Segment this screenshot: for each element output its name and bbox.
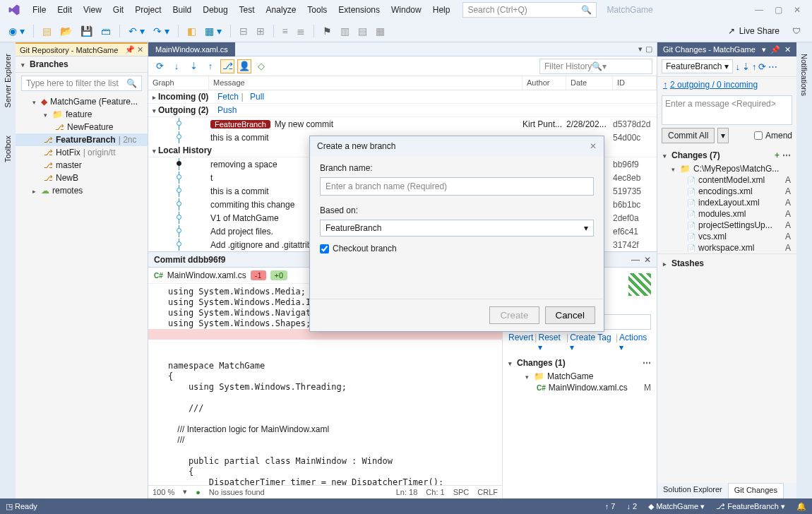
changed-file[interactable]: projectSettingsUp...A [659,220,795,231]
close-icon[interactable]: ✕ [784,45,791,54]
more-actions[interactable]: Actions ▾ [619,333,651,352]
cancel-button[interactable]: Cancel [545,306,596,324]
dropdown-icon[interactable]: ▾ [762,45,766,54]
create-tag-action[interactable]: Create Tag ▾ [570,333,614,352]
filter-history-input[interactable]: Filter History🔍▾ [539,59,652,74]
menu-edit[interactable]: Edit [52,2,78,18]
arrow-down-icon[interactable]: ↓ 2 [626,502,637,510]
close-icon[interactable]: ✕ [794,5,801,15]
menu-build[interactable]: Build [167,2,198,18]
menu-tools[interactable]: Tools [301,2,333,18]
menu-test[interactable]: Test [234,2,261,18]
notification-bell-icon[interactable]: 🔔 [796,502,806,511]
document-tab[interactable]: MainWindow.xaml.cs [148,42,235,56]
push-icon[interactable]: ↑ [752,61,757,72]
changed-file[interactable]: contentModel.xmlA [659,174,795,186]
branch-name-input[interactable]: Enter a branch name (Required) [320,177,594,196]
nav-back-icon[interactable]: ◉ ▾ [6,24,28,38]
menu-view[interactable]: View [78,2,107,18]
changed-file[interactable]: workspace.xmlA [659,242,795,253]
graph-toggle-icon[interactable]: ⎇ [220,59,234,73]
dash-icon[interactable]: — [631,255,640,265]
tab-dropdown-icon[interactable]: ▾ [638,44,643,54]
menu-help[interactable]: Help [427,2,456,18]
menu-debug[interactable]: Debug [197,2,233,18]
toolbox-tab[interactable]: Toolbox [2,130,13,168]
checkout-branch-checkbox[interactable]: Checkout branch [320,244,594,253]
sync-icon[interactable]: ⟳ [758,61,766,72]
sync-status-link[interactable]: ↑2 outgoing / 0 incoming [657,77,796,92]
changed-file[interactable]: modules.xmlA [659,208,795,220]
changes-section-header[interactable]: Changes (7)+⋯ [657,148,796,163]
branch-filter-input[interactable]: Type here to filter the list🔍 [21,76,142,91]
fetch-icon[interactable]: ↓ [735,61,740,72]
tool-b-icon[interactable]: ▦ ▾ [202,24,225,38]
save-icon[interactable]: 💾 [78,24,95,38]
close-icon[interactable]: ✕ [644,255,651,265]
flag-icon[interactable]: ⚑ [320,24,335,38]
master-branch[interactable]: ⎇ master [16,159,148,172]
dialog-close-icon[interactable]: ✕ [590,141,597,151]
changed-file[interactable]: encodings.xmlA [659,186,795,197]
commit-changes-header[interactable]: Changes (1)⋯ [508,358,651,368]
tool-a-icon[interactable]: ◧ [184,24,199,38]
menu-file[interactable]: File [27,2,52,18]
feature-folder-node[interactable]: 📁 feature [16,108,148,121]
more-icon[interactable]: ⋯ [768,61,777,72]
feature-branch-node[interactable]: ⎇ FeatureBranch | 2nc [16,133,148,146]
save-all-icon[interactable]: 🗃 [98,24,114,38]
branch-dropdown[interactable]: FeatureBranch ▾ [662,59,733,73]
changed-file-node[interactable]: C#MainWindow.xaml.csM [508,382,651,393]
fetch-link[interactable]: Fetch [217,92,239,102]
pull-icon[interactable]: ⇣ [742,61,750,72]
reset-action[interactable]: Reset ▾ [538,333,565,352]
revert-action[interactable]: Revert [508,333,533,352]
changed-file[interactable]: vcs.xmlA [659,231,795,242]
hotfix-branch[interactable]: ⎇ HotFix | origin/tt [16,146,148,159]
menu-project[interactable]: Project [129,2,167,18]
maximize-icon[interactable]: ▢ [775,5,782,15]
amend-checkbox[interactable]: Amend [754,131,792,141]
newb-branch[interactable]: ⎇ NewB [16,172,148,184]
open-icon[interactable]: 📂 [57,24,75,38]
git-repo-tab[interactable]: Git Repository - MatchGame📌 ✕ [16,42,148,56]
menu-extensions[interactable]: Extensions [333,2,386,18]
branches-section[interactable]: Branches [16,56,148,73]
pull-icon[interactable]: ⇣ [186,59,201,73]
commit-dropdown[interactable]: ▾ [717,128,729,143]
commit-all-button[interactable]: Commit All [662,128,715,143]
stage-all-icon[interactable]: + [775,150,780,160]
solution-explorer-tab[interactable]: Solution Explorer [657,483,728,498]
more-icon[interactable]: ⋯ [782,150,791,160]
menu-window[interactable]: Window [386,2,427,18]
branch-indicator[interactable]: ⎇ FeatureBranch ▾ [716,502,785,511]
menu-analyze[interactable]: Analyze [261,2,302,18]
menu-git[interactable]: Git [107,2,129,18]
new-file-icon[interactable]: ▤ [40,24,54,38]
undo-icon[interactable]: ↶ ▾ [126,24,148,38]
repo-folder-node[interactable]: 📁C:\MyRepos\MatchG... [659,163,795,174]
server-explorer-tab[interactable]: Server Explorer [2,48,13,113]
new-feature-branch[interactable]: ⎇ NewFeature [16,121,148,133]
create-button[interactable]: Create [489,306,539,324]
git-changes-bottom-tab[interactable]: Git Changes [728,483,784,498]
git-changes-tab[interactable]: Git Changes - MatchGame ▾📌✕ [657,42,796,56]
notifications-tab[interactable]: Notifications [799,48,810,102]
maximize-pane-icon[interactable]: ▢ [645,44,652,54]
minimize-icon[interactable]: — [755,5,763,15]
live-share-button[interactable]: ↗ Live Share 🛡 [728,26,806,36]
redo-icon[interactable]: ↷ ▾ [150,24,172,38]
fetch-icon[interactable]: ↓ [169,59,184,73]
commit-row[interactable]: FeatureBranchMy new commitKirt Punt...2/… [148,117,657,131]
based-on-dropdown[interactable]: FeatureBranch▾ [320,220,594,237]
pin-icon[interactable]: 📌 [770,45,780,54]
refresh-icon[interactable]: ⟳ [153,59,167,73]
changed-file[interactable]: indexLayout.xmlA [659,197,795,208]
arrow-up-icon[interactable]: ↑ 7 [605,502,616,510]
incoming-section[interactable]: Incoming (0) Fetch | Pull [148,90,657,104]
more-icon[interactable]: ⋯ [643,358,651,368]
commit-message-input[interactable]: Enter a message <Required> [662,95,792,125]
global-search-input[interactable]: Search (Ctrl+Q)🔍 [462,2,597,18]
tag-icon[interactable]: ◇ [254,59,268,73]
pin-icon[interactable]: 📌 ✕ [125,45,143,54]
